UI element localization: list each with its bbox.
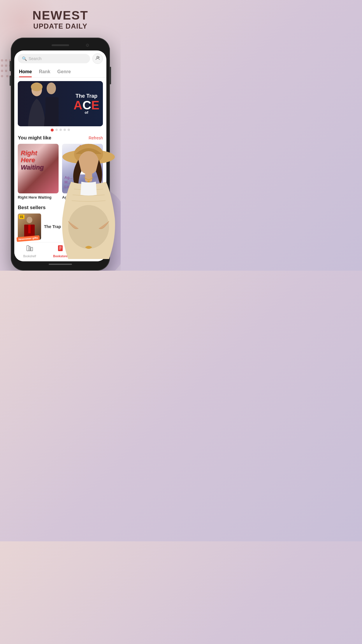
banner-title-area: The Trap ACE of — [73, 93, 99, 115]
svg-point-9 — [27, 217, 32, 223]
svg-rect-14 — [31, 247, 33, 251]
search-input-wrapper[interactable]: 🔍 Search — [18, 54, 90, 63]
book-title-1: Right Here Waiting — [18, 195, 59, 200]
phone-mockup: 🔍 Search Home — [0, 38, 121, 271]
bottom-nav-gifts[interactable]: Gifts — [76, 245, 106, 258]
best-seller-info: The Trap Of A... — [44, 224, 103, 229]
featured-banner[interactable]: The Trap ACE of — [18, 81, 103, 126]
bottom-nav-bookstore[interactable]: Bookstore — [45, 245, 75, 258]
bookshelf-label: Bookshelf — [23, 255, 36, 258]
phone-speaker — [52, 44, 69, 46]
tab-home[interactable]: Home — [19, 67, 32, 77]
phone-screen: 🔍 Search Home — [14, 50, 106, 261]
banner-couple-image — [19, 81, 72, 126]
dot-1 — [51, 129, 54, 132]
svg-point-4 — [47, 83, 56, 94]
search-placeholder: Search — [29, 56, 41, 61]
svg-point-0 — [97, 56, 99, 58]
dot-5 — [68, 129, 70, 131]
promo-subtitle: UPDATE DAILY — [6, 22, 115, 30]
phone-device: 🔍 Search Home — [11, 38, 110, 271]
refresh-button[interactable]: Refresh — [89, 136, 103, 140]
book-item-2[interactable]: Ag...M...Love Again My Love — [62, 144, 103, 200]
section-header: You might like Refresh — [18, 135, 103, 141]
best-seller-item-1[interactable]: 01 Newcomer gifts The Trap — [18, 214, 103, 240]
best-seller-cover: 01 Newcomer gifts — [18, 214, 41, 240]
bookstore-label: Bookstore — [53, 255, 67, 258]
phone-camera — [86, 44, 89, 47]
svg-rect-16 — [58, 245, 63, 251]
home-indicator — [14, 261, 106, 267]
search-bar-area: 🔍 Search — [14, 50, 106, 67]
book-cover-text-2: Ag...M...Love — [64, 175, 73, 189]
book-cover-2: Ag...M...Love — [62, 144, 103, 193]
you-might-like-section: You might like Refresh RightHereWaiting … — [14, 134, 106, 202]
svg-rect-13 — [29, 246, 30, 251]
bookstore-icon — [57, 245, 64, 253]
section-title: You might like — [18, 135, 51, 141]
best-seller-title: The Trap Of A... — [44, 224, 103, 229]
promo-section: NEWEST UPDATE DAILY — [0, 0, 121, 35]
banner-dots-indicator — [14, 126, 106, 134]
svg-point-5 — [31, 83, 43, 91]
book-cover-1: RightHereWaiting — [18, 144, 59, 193]
book-item-1[interactable]: RightHereWaiting Right Here Waiting — [18, 144, 59, 200]
dot-3 — [59, 129, 62, 131]
tab-genre[interactable]: Genre — [57, 67, 71, 77]
book-title-2: Again My Love — [62, 195, 103, 200]
dot-2 — [55, 129, 58, 131]
newcomer-badge: Newcomer gifts — [16, 235, 40, 242]
dot-4 — [64, 129, 66, 131]
volume-down-button — [10, 76, 11, 86]
svg-rect-11 — [28, 225, 31, 233]
book-cover-text-1: RightHereWaiting — [21, 150, 44, 171]
tab-rank[interactable]: Rank — [39, 67, 50, 77]
bottom-nav-bookshelf[interactable]: Bookshelf — [14, 245, 45, 258]
gifts-label: Gifts — [88, 255, 94, 258]
gifts-icon — [87, 245, 94, 253]
power-button — [110, 67, 111, 84]
svg-rect-12 — [27, 246, 29, 251]
profile-icon — [95, 55, 100, 62]
best-sellers-section: Best sellers 01 Newcomer gifts — [14, 202, 106, 242]
volume-up-button — [10, 61, 11, 71]
home-bar — [49, 264, 72, 265]
promo-title: NEWEST — [6, 9, 115, 22]
bookshelf-icon — [26, 245, 33, 253]
best-sellers-title: Best sellers — [18, 205, 103, 211]
books-row: RightHereWaiting Right Here Waiting Ag..… — [18, 144, 103, 200]
search-icon: 🔍 — [22, 56, 27, 61]
banner-ace-text: ACE — [73, 99, 99, 111]
bottom-navigation: Bookshelf Bookstore — [14, 242, 106, 261]
svg-rect-6 — [45, 97, 59, 126]
profile-button[interactable] — [92, 53, 103, 64]
navigation-tabs: Home Rank Genre — [14, 67, 106, 78]
phone-top-bar — [14, 41, 106, 49]
